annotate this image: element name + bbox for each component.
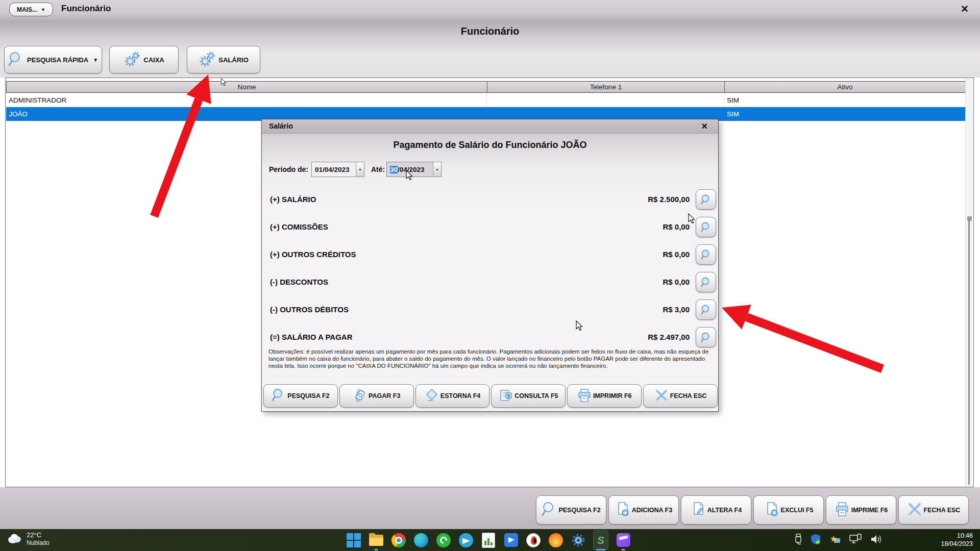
outros-creditos-lookup-button[interactable] bbox=[696, 244, 716, 265]
dialog-close-button[interactable]: ✕ bbox=[698, 121, 711, 132]
salario-a-pagar-lookup-button[interactable] bbox=[696, 327, 716, 347]
file-explorer-icon[interactable] bbox=[369, 533, 384, 548]
office-document-icon[interactable] bbox=[481, 533, 496, 548]
footer-pesquisa-button[interactable]: PESQUISA F2 bbox=[536, 495, 606, 524]
column-header-ativo[interactable]: Ativo bbox=[725, 82, 965, 92]
dialog-fecha-label: FECHA ESC bbox=[670, 392, 707, 399]
dialog-fecha-button[interactable]: FECHA ESC bbox=[643, 384, 718, 408]
line-item-value: R$ 2.500,00 bbox=[648, 189, 690, 210]
flame-app-icon[interactable] bbox=[526, 533, 541, 548]
line-item-comissoes: (+) COMISSÕES R$ 0,00 bbox=[270, 217, 716, 237]
windows-taskbar: 22°C Nublado S ★ 10:46 bbox=[0, 529, 980, 551]
mais-menu-label: MAIS... bbox=[17, 6, 37, 13]
footer-fecha-label: FECHA ESC bbox=[924, 507, 961, 514]
ledger-book-icon: $ bbox=[499, 388, 513, 404]
money-icon bbox=[353, 388, 367, 404]
gears-icon bbox=[199, 51, 216, 69]
line-item-label: (+) SALÁRIO bbox=[270, 189, 316, 210]
selected-text: 30 bbox=[390, 166, 398, 173]
edge-icon[interactable] bbox=[413, 533, 429, 548]
chevron-down-icon: ▼ bbox=[93, 57, 98, 63]
dialog-pagar-button[interactable]: PAGAR F3 bbox=[339, 384, 414, 408]
chevron-down-icon: ▼ bbox=[41, 7, 45, 12]
line-item-salario: (+) SALÁRIO R$ 2.500,00 bbox=[270, 189, 716, 210]
descontos-lookup-button[interactable] bbox=[696, 272, 716, 292]
chrome-icon[interactable] bbox=[391, 533, 406, 548]
dialog-pagar-label: PAGAR F3 bbox=[369, 392, 400, 399]
cloud-icon bbox=[6, 532, 22, 546]
dialog-imprimir-button[interactable]: IMPRIMIR F6 bbox=[567, 384, 642, 408]
footer-exclui-button[interactable]: EXCLUI F5 bbox=[753, 495, 824, 524]
chevron-down-icon[interactable]: ▼ bbox=[433, 162, 441, 177]
quick-search-button[interactable]: PESQUISA RÁPIDA ▼ bbox=[4, 46, 102, 73]
speaker-icon[interactable] bbox=[870, 533, 883, 547]
eraser-icon bbox=[425, 388, 439, 404]
line-item-value: R$ 0,00 bbox=[663, 272, 690, 292]
comissoes-lookup-button[interactable] bbox=[696, 217, 716, 237]
unselected-text: /04/2023 bbox=[398, 166, 425, 173]
line-item-salario-a-pagar: (=) SALÁRIO A PAGAR R$ 2.497,00 bbox=[270, 327, 716, 347]
footer-exclui-label: EXCLUI F5 bbox=[781, 507, 814, 514]
footer-fecha-button[interactable]: FECHA ESC bbox=[898, 495, 969, 524]
gear-app-icon[interactable] bbox=[571, 533, 586, 548]
app-header: MAIS... ▼ Funcionário ✕ Funcionário PESQ… bbox=[0, 0, 980, 78]
dialog-estorna-label: ESTORNA F4 bbox=[440, 392, 481, 399]
vertical-scrollbar[interactable] bbox=[965, 79, 973, 486]
scrollbar-thumb[interactable] bbox=[968, 219, 970, 485]
caixa-label: CAIXA bbox=[143, 56, 164, 64]
salario-label: SALÁRIO bbox=[218, 56, 249, 64]
salario-lookup-button[interactable] bbox=[696, 189, 716, 210]
column-header-telefone1[interactable]: Telefone 1 bbox=[487, 82, 725, 92]
page-pencil-icon bbox=[691, 502, 706, 518]
line-item-label: (-) OUTROS DÉBITOS bbox=[270, 299, 349, 320]
column-header-nome[interactable]: Nome bbox=[7, 82, 487, 92]
clipchamp-icon[interactable] bbox=[616, 533, 631, 548]
mais-menu-button[interactable]: MAIS... ▼ bbox=[9, 3, 53, 16]
share-app-icon[interactable] bbox=[503, 533, 519, 548]
page-title: Funcionário bbox=[0, 26, 980, 37]
footer-altera-button[interactable]: ALTERA F4 bbox=[681, 495, 751, 524]
dialog-heading: Pagamento de Salário do Funcionário JOÃO bbox=[262, 140, 718, 151]
firefox-icon[interactable] bbox=[548, 533, 564, 548]
dialog-estorna-button[interactable]: ESTORNA F4 bbox=[415, 384, 490, 408]
footer-imprime-button[interactable]: IMPRIME F6 bbox=[826, 495, 896, 524]
caixa-button[interactable]: CAIXA bbox=[109, 46, 179, 73]
search-icon bbox=[8, 51, 24, 69]
chevron-down-icon[interactable]: ▼ bbox=[356, 162, 364, 177]
footer-adiciona-button[interactable]: ADICIONA F3 bbox=[608, 495, 679, 524]
dialog-imprimir-label: IMPRIMIR F6 bbox=[593, 392, 632, 399]
taskbar-clock[interactable]: 10:46 18/04/2023 bbox=[941, 532, 973, 548]
dialog-button-row: PESQUISA F2 PAGAR F3 ESTORNA F4 $ CONSUL… bbox=[263, 384, 718, 408]
svg-text:★: ★ bbox=[829, 534, 837, 544]
period-from-label: Período de: bbox=[269, 161, 308, 178]
page-x-icon bbox=[764, 502, 779, 518]
cell-ativo: SIM bbox=[724, 93, 965, 107]
dialog-consulta-label: CONSULTA F5 bbox=[514, 392, 558, 399]
dialog-pesquisa-button[interactable]: PESQUISA F2 bbox=[263, 384, 338, 408]
footer-button-row: PESQUISA F2 ADICIONA F3 ALTERA F4 EXCLUI… bbox=[536, 495, 969, 524]
cell-telefone1 bbox=[487, 93, 724, 107]
whatsapp-icon[interactable] bbox=[436, 533, 451, 548]
cell-ativo: SIM bbox=[724, 107, 965, 120]
window-close-button[interactable]: ✕ bbox=[958, 3, 972, 15]
line-item-label: (+) OUTROS CRÉDITOS bbox=[270, 244, 356, 265]
cell-nome: ADMINISTRADOR bbox=[6, 93, 487, 107]
line-item-descontos: (-) DESCONTOS R$ 0,00 bbox=[270, 272, 716, 292]
outros-debitos-lookup-button[interactable] bbox=[696, 299, 716, 320]
observations-text: Observações: é possível realizar apenas … bbox=[268, 348, 712, 369]
active-app-icon[interactable]: S bbox=[593, 533, 608, 548]
telegram-icon[interactable] bbox=[458, 533, 474, 548]
salario-button[interactable]: SALÁRIO bbox=[187, 46, 260, 73]
period-until-field[interactable]: 30/04/2023 ▼ bbox=[386, 162, 442, 177]
weather-widget[interactable]: 22°C Nublado bbox=[6, 531, 50, 547]
windows-start-icon[interactable] bbox=[346, 533, 361, 548]
dialog-consulta-button[interactable]: $ CONSULTA F5 bbox=[491, 384, 566, 408]
security-shield-icon[interactable] bbox=[810, 533, 821, 547]
dialog-titlebar[interactable]: Salário ✕ bbox=[262, 119, 718, 134]
usb-icon[interactable] bbox=[794, 533, 802, 547]
favorites-star-icon[interactable]: ★ bbox=[829, 533, 841, 547]
line-item-outros-creditos: (+) OUTROS CRÉDITOS R$ 0,00 bbox=[270, 244, 716, 265]
period-from-field[interactable]: 01/04/2023 ▼ bbox=[311, 162, 364, 177]
network-icon[interactable] bbox=[849, 533, 862, 547]
table-row[interactable]: ADMINISTRADOR SIM bbox=[6, 93, 966, 107]
